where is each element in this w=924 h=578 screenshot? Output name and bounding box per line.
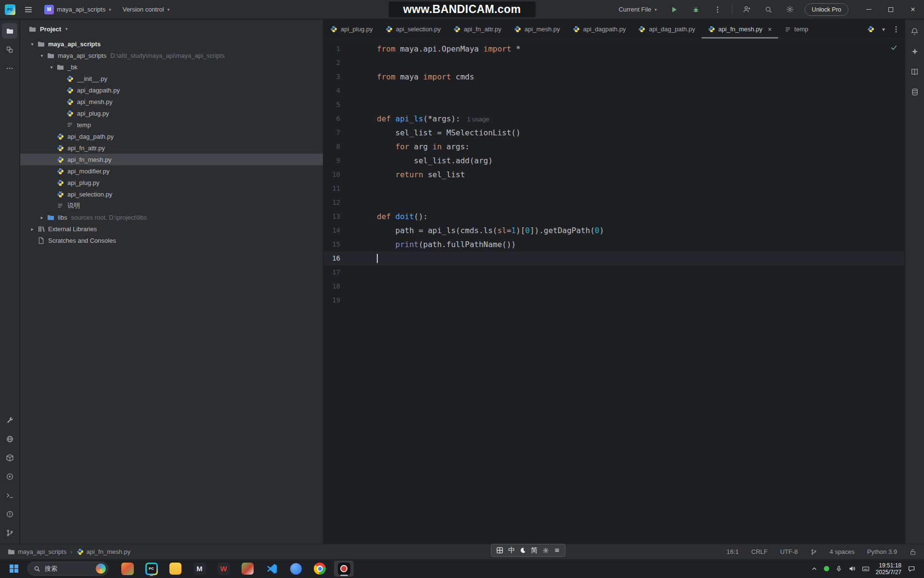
microphone-icon[interactable] xyxy=(835,565,842,572)
start-button[interactable] xyxy=(5,561,23,577)
chevron-down-icon[interactable]: ▾ xyxy=(38,53,46,58)
run-button[interactable] xyxy=(667,2,681,17)
readonly-lock-icon[interactable] xyxy=(910,549,916,555)
ime-indicator-icon[interactable] xyxy=(862,565,870,573)
notifications-icon[interactable] xyxy=(908,565,915,573)
chevron-down-icon[interactable]: ▾ xyxy=(47,65,56,70)
main-menu-button[interactable] xyxy=(21,2,36,17)
tree-item-api_selection.py[interactable]: api_selection.py xyxy=(20,188,323,200)
taskbar-app-vscode[interactable] xyxy=(262,561,282,577)
indent-widget[interactable]: 4 spaces xyxy=(830,548,855,555)
line-number[interactable]: 4 xyxy=(324,84,340,98)
code-line-11[interactable]: 11 xyxy=(324,182,904,196)
code-editor[interactable]: 1from maya.api.OpenMaya import *23from m… xyxy=(324,39,904,544)
vcs-widget[interactable]: Version control ▾ xyxy=(120,4,173,15)
bandicam-tray-icon[interactable] xyxy=(824,566,829,571)
code-line-2[interactable]: 2 xyxy=(324,56,904,70)
ime-settings-icon[interactable] xyxy=(542,547,549,554)
line-number[interactable]: 1 xyxy=(324,42,340,56)
run-configuration-widget[interactable]: Current File ▾ xyxy=(616,4,659,15)
chevron-right-icon[interactable]: ▸ xyxy=(28,226,37,232)
tree-item-api_plug.py[interactable]: api_plug.py xyxy=(20,107,323,119)
line-number[interactable]: 14 xyxy=(324,223,340,237)
tree-item-api_dag_path.py[interactable]: api_dag_path.py xyxy=(20,131,323,142)
more-tool-windows-button[interactable] xyxy=(2,61,17,76)
tree-item-External Libraries[interactable]: ▸External Libraries xyxy=(20,223,323,235)
code-line-7[interactable]: 7 sel_list = MSelectionList() xyxy=(324,126,904,140)
taskbar-app-widgets[interactable] xyxy=(117,561,137,577)
tree-item-api_fn_mesh.py[interactable]: api_fn_mesh.py xyxy=(20,154,323,165)
line-number[interactable]: 15 xyxy=(324,237,340,251)
close-tab-icon[interactable]: × xyxy=(768,26,771,33)
code-line-5[interactable]: 5 xyxy=(324,98,904,112)
breadcrumb-file[interactable]: api_fn_mesh.py xyxy=(77,548,131,555)
ime-simplified-toggle[interactable]: 简 xyxy=(531,546,538,555)
settings-button[interactable] xyxy=(783,2,797,17)
code-line-14[interactable]: 14 path = api_ls(cmds.ls(sl=1)[0]).getDa… xyxy=(324,223,904,237)
tree-item-_bk[interactable]: ▾_bk xyxy=(20,61,323,73)
taskbar-app-app-m[interactable]: M xyxy=(190,561,209,577)
taskbar-search[interactable]: 搜索 xyxy=(27,562,108,576)
tree-item-Scratches and Consoles[interactable]: Scratches and Consoles xyxy=(20,235,323,246)
chevron-right-icon[interactable]: ▸ xyxy=(38,215,46,220)
code-line-12[interactable]: 12 xyxy=(324,196,904,210)
line-number[interactable]: 10 xyxy=(324,168,340,182)
line-number[interactable]: 9 xyxy=(324,154,340,168)
code-line-6[interactable]: 6def api_ls(*args):1 usage xyxy=(324,112,904,126)
tab-api_fn_mesh.py[interactable]: api_fn_mesh.py× xyxy=(702,20,778,39)
ime-logo-icon[interactable] xyxy=(496,547,503,554)
line-number[interactable]: 11 xyxy=(324,182,340,196)
tree-item-__init__.py[interactable]: __init__.py xyxy=(20,73,323,84)
notifications-button[interactable] xyxy=(907,24,923,39)
volume-icon[interactable] xyxy=(848,565,856,572)
tray-expand-icon[interactable] xyxy=(811,565,818,572)
unlock-pro-button[interactable]: Unlock Pro xyxy=(805,3,848,16)
line-number[interactable]: 19 xyxy=(324,293,340,307)
database-button[interactable] xyxy=(907,84,923,100)
tab-temp[interactable]: temp xyxy=(778,20,815,39)
taskbar-app-bandicam[interactable] xyxy=(334,561,354,577)
ime-halfwidth-icon[interactable] xyxy=(520,547,526,553)
terminal-button[interactable] xyxy=(2,487,17,503)
taskbar-app-chrome[interactable] xyxy=(310,561,330,577)
documentation-button[interactable] xyxy=(907,64,923,79)
caret-position-widget[interactable]: 16:1 xyxy=(727,548,739,555)
line-number[interactable]: 7 xyxy=(324,126,340,140)
maximize-button[interactable] xyxy=(880,0,902,19)
tree-item-libs[interactable]: ▸libssources root, D:\project\libs xyxy=(20,211,323,223)
endpoints-button[interactable] xyxy=(2,431,17,447)
code-line-4[interactable]: 4 xyxy=(324,84,904,98)
tab-api_fn_attr.py[interactable]: api_fn_attr.py xyxy=(447,20,508,39)
taskbar-app-pycharm[interactable]: PC xyxy=(141,561,161,577)
problems-button[interactable] xyxy=(2,506,17,522)
tree-item-api_plug.py[interactable]: api_plug.py xyxy=(20,177,323,188)
taskbar-app-app-w[interactable]: W xyxy=(214,561,233,577)
line-number[interactable]: 2 xyxy=(324,56,340,70)
line-number[interactable]: 3 xyxy=(324,70,340,84)
line-number[interactable]: 8 xyxy=(324,140,340,154)
code-line-1[interactable]: 1from maya.api.OpenMaya import * xyxy=(324,42,904,56)
project-tool-button[interactable] xyxy=(2,23,17,39)
code-line-17[interactable]: 17 xyxy=(324,265,904,279)
structure-tool-button[interactable] xyxy=(2,42,17,57)
search-everywhere-button[interactable] xyxy=(761,2,776,17)
line-number[interactable]: 17 xyxy=(324,265,340,279)
taskbar-clock[interactable]: 19:51:18 2025/7/27 xyxy=(876,562,901,576)
tree-item-temp[interactable]: temp xyxy=(20,119,323,131)
code-line-10[interactable]: 10 return sel_list xyxy=(324,168,904,182)
code-line-16[interactable]: 16 xyxy=(324,251,904,265)
python-logo-icon[interactable] xyxy=(867,26,874,33)
code-line-13[interactable]: 13def doit(): xyxy=(324,210,904,223)
chevron-down-icon[interactable]: ▾ xyxy=(28,41,37,47)
tab-api_selection.py[interactable]: api_selection.py xyxy=(379,20,447,39)
taskbar-app-app-blue[interactable] xyxy=(286,561,306,577)
code-with-me-button[interactable] xyxy=(740,2,754,17)
line-number[interactable]: 5 xyxy=(324,98,340,112)
tab-api_dagpath.py[interactable]: api_dagpath.py xyxy=(566,20,632,39)
bing-daily-icon[interactable] xyxy=(96,564,106,574)
project-panel-header[interactable]: Project ▾ xyxy=(20,20,323,38)
tree-item-maya_api_scripts[interactable]: ▾maya_api_scripts xyxy=(20,38,323,50)
ime-more-icon[interactable] xyxy=(554,547,560,553)
ai-assistant-button[interactable] xyxy=(907,44,923,59)
line-separator-widget[interactable]: CRLF xyxy=(751,548,768,555)
